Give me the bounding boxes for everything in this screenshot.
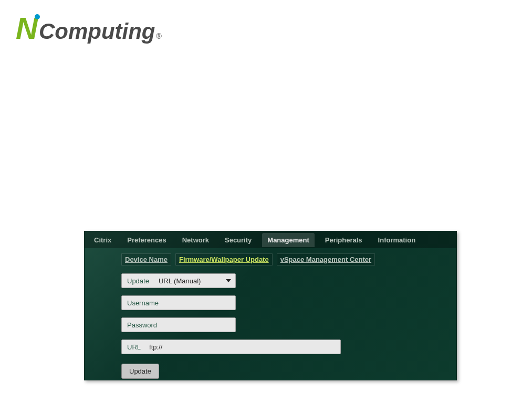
url-row: URL <box>121 339 341 354</box>
subtab-firmware-update[interactable]: Firmware/Wallpaper Update <box>175 253 273 265</box>
tab-management[interactable]: Management <box>262 233 314 247</box>
main-tabbar: Citrix Preferences Network Security Mana… <box>85 231 456 248</box>
logo-n-glyph: N <box>16 13 38 44</box>
tab-information[interactable]: Information <box>373 233 421 247</box>
update-button[interactable]: Update <box>121 364 159 379</box>
update-method-value: URL (Manual) <box>154 277 201 285</box>
update-method-value-wrap[interactable]: URL (Manual) <box>154 274 235 288</box>
logo-text: Computing <box>39 20 155 43</box>
tab-citrix[interactable]: Citrix <box>89 233 117 247</box>
username-label: Username <box>122 299 164 307</box>
subtab-device-name[interactable]: Device Name <box>121 253 171 265</box>
logo: N Computing ® <box>16 13 162 44</box>
tab-preferences[interactable]: Preferences <box>122 233 171 247</box>
form-area: Update URL (Manual) Username Password UR… <box>85 271 456 381</box>
subtab-vspace-management[interactable]: vSpace Management Center <box>277 253 375 265</box>
password-row: Password <box>121 317 236 332</box>
tab-peripherals[interactable]: Peripherals <box>320 233 368 247</box>
username-row: Username <box>121 295 236 310</box>
username-input[interactable] <box>164 296 236 310</box>
url-label: URL <box>122 343 146 351</box>
password-input[interactable] <box>162 318 236 332</box>
tab-network[interactable]: Network <box>177 233 214 247</box>
chevron-down-icon <box>226 279 231 282</box>
password-label: Password <box>122 321 162 329</box>
update-method-label: Update <box>122 277 154 285</box>
url-input[interactable] <box>146 340 340 354</box>
sub-tabbar: Device Name Firmware/Wallpaper Update vS… <box>85 248 456 271</box>
update-method-select[interactable]: Update URL (Manual) <box>121 273 236 288</box>
logo-registered: ® <box>157 32 162 40</box>
tab-security[interactable]: Security <box>220 233 257 247</box>
settings-window: Citrix Preferences Network Security Mana… <box>84 231 457 380</box>
